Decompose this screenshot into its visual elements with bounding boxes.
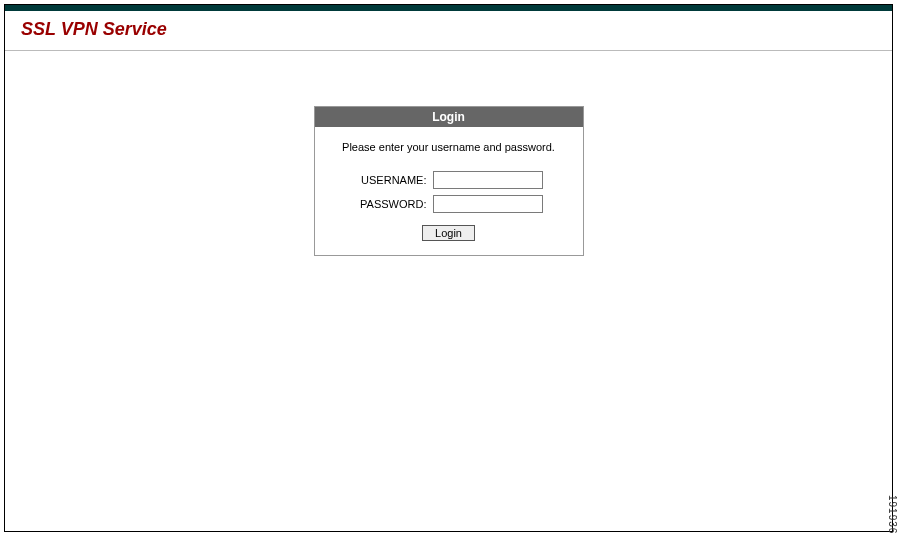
username-label: USERNAME: (355, 174, 433, 186)
password-label: PASSWORD: (355, 198, 433, 210)
password-row: PASSWORD: (325, 195, 573, 213)
page-frame: SSL VPN Service Login Please enter your … (4, 4, 893, 532)
login-body: Please enter your username and password.… (315, 127, 583, 255)
username-input[interactable] (433, 171, 543, 189)
login-button[interactable]: Login (422, 225, 475, 241)
password-input[interactable] (433, 195, 543, 213)
image-number: 191936 (887, 495, 898, 534)
login-panel: Login Please enter your username and pas… (314, 106, 584, 256)
header-divider (5, 50, 892, 51)
login-button-row: Login (325, 223, 573, 241)
header: SSL VPN Service (5, 11, 892, 50)
page-title: SSL VPN Service (21, 19, 876, 40)
login-panel-title: Login (315, 107, 583, 127)
login-area: Login Please enter your username and pas… (5, 106, 892, 256)
login-prompt: Please enter your username and password. (325, 141, 573, 153)
username-row: USERNAME: (325, 171, 573, 189)
